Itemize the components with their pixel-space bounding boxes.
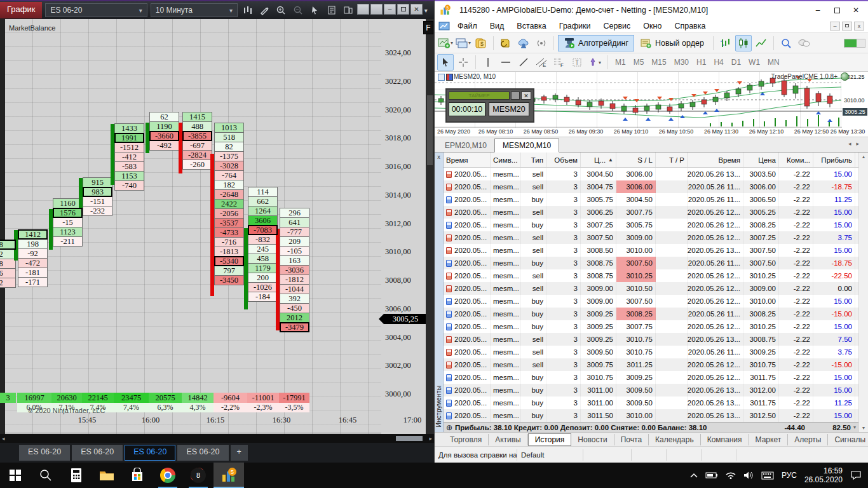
trade-row[interactable]: 2020.05...mesm...sell33009.003010.502020… bbox=[444, 282, 858, 295]
metatrader5-taskbar-icon[interactable]: 5 bbox=[214, 463, 244, 488]
data-series-icon[interactable] bbox=[325, 3, 338, 18]
menu-item-вид[interactable]: Вид bbox=[484, 22, 511, 30]
column-header[interactable]: Цена bbox=[743, 152, 779, 167]
column-header[interactable]: Объем bbox=[546, 152, 581, 167]
trade-row[interactable]: 2020.05...mesm...buy33011.503010.002020.… bbox=[444, 409, 858, 422]
menu-item-вставка[interactable]: Вставка bbox=[510, 22, 552, 30]
zoom-in-icon[interactable] bbox=[778, 35, 794, 51]
minimize-button[interactable]: – bbox=[384, 4, 396, 15]
status-profile[interactable]: Default bbox=[517, 449, 583, 461]
vertical-line-tool[interactable] bbox=[480, 54, 496, 71]
close-button[interactable]: ✕ bbox=[846, 3, 865, 18]
draw-icon[interactable] bbox=[257, 3, 271, 18]
workspace-tab[interactable]: ES 06-20 bbox=[72, 445, 123, 461]
trade-row[interactable]: 2020.05...mesm...sell33007.503009.002020… bbox=[444, 231, 858, 244]
timeframe-h4[interactable]: H4 bbox=[710, 55, 727, 70]
trade-row[interactable]: 2020.05...mesm...sell33006.253007.752020… bbox=[444, 206, 858, 219]
column-header[interactable]: Прибыль bbox=[813, 152, 855, 167]
timer-settings-button[interactable] bbox=[511, 92, 520, 100]
column-header[interactable]: Коми... bbox=[779, 152, 813, 167]
new-chart-button[interactable]: ▾ bbox=[437, 35, 454, 51]
column-header[interactable]: Тип bbox=[521, 152, 546, 167]
chart-style-icon[interactable] bbox=[241, 3, 254, 18]
timeframe-mn[interactable]: MN bbox=[764, 55, 783, 70]
text-tool[interactable]: T bbox=[569, 54, 585, 71]
search-button[interactable] bbox=[31, 463, 61, 488]
column-header[interactable]: Время bbox=[688, 152, 743, 167]
algo-trading-button[interactable]: Алготрейдинг bbox=[558, 35, 634, 51]
menu-item-файл[interactable]: Файл bbox=[451, 22, 484, 30]
table-scrollbar[interactable]: ▴ ▾ bbox=[858, 152, 868, 432]
chat-icon[interactable] bbox=[796, 35, 812, 51]
toolbox-tab-алерты[interactable]: Алерты bbox=[788, 434, 828, 445]
clock[interactable]: 16:59 26.05.2020 bbox=[804, 466, 843, 484]
toolbox-tab-торговля[interactable]: Торговля bbox=[444, 434, 489, 445]
ninjatrader-icon[interactable]: 8 bbox=[183, 463, 214, 488]
trade-row[interactable]: 2020.05...mesm...sell33004.503006.002020… bbox=[444, 168, 858, 180]
toolbox-label[interactable]: Инструменты bbox=[435, 386, 444, 427]
keyboard-icon[interactable] bbox=[761, 471, 774, 480]
column-header[interactable]: Ц...▲ bbox=[581, 152, 616, 167]
toolbox-tab-компания[interactable]: Компания bbox=[701, 434, 749, 445]
equidistant-channel-tool[interactable]: E bbox=[533, 54, 550, 71]
scroll-right-icon[interactable]: ▸ bbox=[429, 435, 432, 442]
workspace-tab[interactable]: ES 06-20 bbox=[177, 445, 228, 461]
menu-item-справка[interactable]: Справка bbox=[668, 22, 712, 30]
history-center-icon[interactable] bbox=[498, 35, 514, 51]
microsoft-store-icon[interactable] bbox=[122, 463, 153, 488]
horizontal-scrollbar[interactable]: ◂ ▸ bbox=[0, 434, 434, 443]
toolbox-close-button[interactable]: x bbox=[435, 152, 443, 160]
battery-icon[interactable] bbox=[705, 471, 718, 479]
maximize-button[interactable] bbox=[827, 3, 846, 18]
scroll-down-icon[interactable]: ▾ bbox=[862, 425, 865, 431]
timer-close-button[interactable]: ✕ bbox=[521, 92, 531, 100]
zoom-out-icon[interactable] bbox=[291, 3, 304, 18]
action-center-icon[interactable] bbox=[850, 470, 862, 480]
f-button[interactable]: F bbox=[423, 21, 433, 34]
instrument-select[interactable]: ES 06-20 ▾ bbox=[45, 3, 147, 17]
community-icon[interactable] bbox=[515, 35, 532, 51]
calculator-icon[interactable] bbox=[61, 463, 92, 488]
chrome-icon[interactable] bbox=[153, 463, 183, 488]
market-watch-icon[interactable]: $ bbox=[473, 35, 489, 51]
trendline-tool[interactable] bbox=[515, 54, 532, 71]
depth-of-market-icon[interactable] bbox=[438, 74, 445, 81]
wifi-icon[interactable] bbox=[726, 471, 736, 479]
workspace-tab[interactable]: ES 06-20 bbox=[19, 445, 70, 461]
trade-row[interactable]: 2020.05...mesm...buy33009.003007.502020.… bbox=[444, 295, 858, 308]
mdi-close-button[interactable]: x bbox=[854, 22, 864, 30]
new-order-button[interactable]: Новый ордер bbox=[635, 35, 709, 51]
menu-item-окно[interactable]: Окно bbox=[637, 22, 668, 30]
signals-icon[interactable] bbox=[533, 35, 550, 51]
language-indicator[interactable]: РУС bbox=[782, 471, 797, 480]
trade-row[interactable]: 2020.05...mesm...buy33010.753009.252020.… bbox=[444, 371, 858, 384]
toolbox-tab-календарь[interactable]: Календарь bbox=[649, 434, 701, 445]
trade-row[interactable]: 2020.05...mesm...sell33008.503010.002020… bbox=[444, 244, 858, 257]
footprint-chart[interactable]: MarketBalance 828621412198-92-472-181-17… bbox=[0, 19, 434, 434]
timeframe-m1[interactable]: M1 bbox=[611, 55, 630, 70]
scrollbar-thumb[interactable] bbox=[427, 95, 433, 165]
window-layout-icon[interactable] bbox=[341, 3, 355, 18]
column-header[interactable]: T / P bbox=[656, 152, 688, 167]
file-explorer-icon[interactable] bbox=[92, 463, 122, 488]
mt5-chart[interactable]: MESM20, M10 TradePanelCME 1.0.8+ ТАЙМЕР … bbox=[435, 72, 868, 128]
trade-row[interactable]: 2020.05...mesm...buy33009.253008.252020.… bbox=[444, 308, 858, 320]
trade-row[interactable]: 2020.05...mesm...buy33007.253005.752020.… bbox=[444, 219, 858, 231]
one-click-trading-icon[interactable] bbox=[446, 74, 453, 81]
toolbox-tab-сигналы[interactable]: Сигналы bbox=[828, 434, 868, 445]
workspace-tab[interactable]: ES 06-20 bbox=[125, 445, 175, 461]
vertical-scrollbar[interactable] bbox=[426, 19, 434, 434]
trade-row[interactable]: 2020.05...mesm...buy33009.253007.752020.… bbox=[444, 320, 858, 333]
menu-item-сервис[interactable]: Сервис bbox=[597, 22, 637, 30]
trade-row[interactable]: 2020.05...mesm...sell33009.253010.752020… bbox=[444, 333, 858, 346]
minimize-button[interactable]: – bbox=[808, 3, 827, 18]
scroll-up-icon[interactable]: ▴ bbox=[862, 154, 865, 159]
fibonacci-tool[interactable]: F bbox=[551, 54, 567, 71]
timeframe-m15[interactable]: M15 bbox=[648, 55, 670, 70]
line-chart-button[interactable] bbox=[753, 35, 770, 51]
pin-button[interactable] bbox=[370, 4, 383, 15]
chart-tab-epm20-m10[interactable]: EPM20,M10 bbox=[437, 139, 494, 152]
close-button[interactable]: ✕ bbox=[410, 4, 423, 15]
tradepanel-icon[interactable] bbox=[841, 72, 849, 81]
timeframe-m5[interactable]: M5 bbox=[630, 55, 648, 70]
